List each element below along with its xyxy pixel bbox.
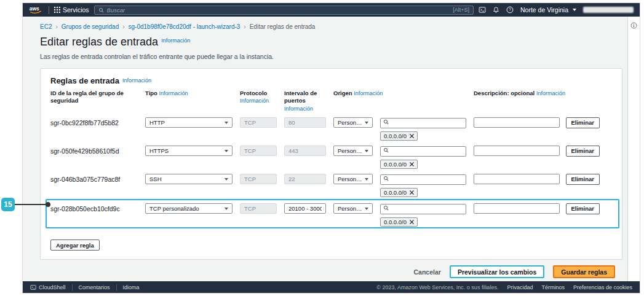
notifications-bell-icon[interactable] [493, 6, 499, 14]
cidr-tag: 0.0.0.0/0 [380, 160, 418, 169]
cidr-tag-value: 0.0.0.0/0 [384, 219, 407, 225]
top-navigation-bar: aws Servicios [Alt+S] ? Norte de Virgini… [23, 3, 640, 17]
footer-privacy[interactable]: Privacidad [507, 284, 533, 290]
info-link[interactable]: Información [536, 90, 565, 96]
col-header-protocol: ProtocoloInformación [240, 90, 277, 105]
help-icon[interactable]: ? [506, 6, 514, 14]
col-header-source-text: Origen [333, 90, 352, 96]
protocol-input [240, 117, 277, 128]
source-tag-line: 0.0.0.0/0 [50, 186, 612, 195]
info-link[interactable]: Información [284, 106, 313, 112]
source-search-input[interactable] [380, 204, 466, 214]
svg-text:?: ? [509, 7, 511, 12]
type-select[interactable]: TCP personalizado [145, 203, 233, 214]
breadcrumb-security-group-id[interactable]: sg-0d1b98f0e78cd20df - launch-wizard-3 [129, 23, 241, 30]
col-header-type: Tipo Información [145, 90, 233, 98]
source-type-value: Personaliz... [338, 205, 362, 212]
source-search [380, 145, 466, 157]
main-content: EC2 › Grupos de seguridad › sg-0d1b98f0e… [23, 17, 640, 281]
close-icon[interactable] [410, 220, 414, 224]
footer-language[interactable]: Idioma [123, 284, 140, 290]
breadcrumb-ec2[interactable]: EC2 [40, 23, 52, 30]
delete-rule-button[interactable]: Eliminar [566, 203, 600, 214]
add-rule-button[interactable]: Agregar regla [50, 240, 100, 251]
source-search [380, 203, 466, 214]
global-search-input[interactable] [107, 7, 450, 14]
delete-rule-button[interactable]: Eliminar [566, 117, 600, 128]
rule-id: sgr-0bc922f8fb77d5b82 [50, 119, 145, 127]
chevron-down-icon [365, 122, 368, 124]
panel-title-text: Reglas de entrada [50, 76, 119, 85]
chevron-down-icon [225, 150, 228, 152]
info-link[interactable]: Información [159, 90, 188, 96]
footer-cloudshell-label: CloudShell [39, 284, 66, 290]
port-range-input [284, 146, 326, 156]
source-search-input[interactable] [380, 118, 466, 128]
description-input[interactable] [474, 174, 560, 184]
form-actions: Cancelar Previsualizar los cambios Guard… [40, 265, 622, 278]
description-input[interactable] [474, 117, 560, 128]
page-subtitle: Las reglas de entrada controlan el tráfi… [40, 53, 622, 60]
search-icon [98, 7, 104, 13]
source-type-select[interactable]: Personaliz... [333, 117, 373, 128]
cloudshell-icon[interactable] [479, 6, 486, 14]
save-rules-button[interactable]: Guardar reglas [553, 265, 615, 278]
type-select-value: TCP personalizado [149, 205, 199, 212]
source-tag-line: 0.0.0.0/0 [50, 216, 612, 225]
description-input[interactable] [474, 203, 560, 214]
type-select[interactable]: SSH [145, 174, 233, 184]
chevron-down-icon [365, 208, 368, 210]
account-menu-redacted[interactable] [583, 7, 634, 13]
chevron-down-icon [573, 9, 576, 11]
page-title: Editar reglas de entradaInformación [40, 36, 622, 49]
info-link[interactable]: Información [354, 90, 383, 96]
global-search[interactable]: [Alt+S] [94, 6, 474, 15]
info-icon[interactable] [630, 22, 637, 29]
breadcrumb-separator: › [122, 23, 124, 30]
type-select[interactable]: HTTP [145, 117, 233, 128]
rule-row: sgr-046b3a075c779ac8f SSH Personaliz... … [50, 173, 612, 195]
close-icon[interactable] [410, 190, 414, 195]
cidr-tag-value: 0.0.0.0/0 [384, 189, 407, 196]
source-search-input[interactable] [380, 174, 466, 185]
col-header-source: Origen Información [333, 90, 466, 98]
source-type-select[interactable]: Personaliz... [333, 174, 373, 184]
region-selector[interactable]: Norte de Virginia [520, 6, 576, 14]
close-icon[interactable] [410, 162, 414, 166]
footer-feedback[interactable]: Comentarios [79, 284, 110, 290]
col-header-rule-id: ID de la regla del grupo de seguridad [50, 90, 145, 105]
footer-right-group: © 2023, Amazon Web Services, Inc. o sus … [376, 284, 632, 290]
source-type-select[interactable]: Personaliz... [333, 146, 373, 156]
protocol-input [240, 174, 277, 184]
chevron-down-icon [225, 122, 228, 124]
col-header-description-text: Descripción: opcional [474, 90, 535, 96]
source-search-input[interactable] [380, 146, 466, 157]
type-select-value: HTTP [149, 119, 165, 126]
type-select[interactable]: HTTPS [145, 146, 233, 156]
source-search [380, 173, 466, 185]
footer-divider [72, 284, 73, 290]
cloudshell-icon [30, 284, 36, 290]
close-icon[interactable] [410, 134, 414, 138]
services-menu[interactable]: Servicios [54, 6, 89, 14]
breadcrumb-security-groups[interactable]: Grupos de seguridad [62, 23, 119, 30]
delete-rule-button[interactable]: Eliminar [566, 146, 600, 157]
source-type-select[interactable]: Personaliz... [333, 203, 373, 214]
nav-right-group: ? Norte de Virginia [479, 6, 634, 14]
chevron-down-icon [225, 208, 228, 210]
footer-terms[interactable]: Términos [541, 284, 565, 290]
rule-id: sgr-050fe429b58610f5d [50, 147, 145, 155]
footer-cookies[interactable]: Preferencias de cookies [573, 284, 632, 290]
info-link[interactable]: Información [240, 98, 269, 104]
chevron-down-icon [365, 178, 368, 181]
aws-logo-icon: aws [29, 6, 44, 14]
delete-rule-button[interactable]: Eliminar [566, 174, 600, 185]
preview-changes-button[interactable]: Previsualizar los cambios [450, 265, 544, 278]
footer-cloudshell[interactable]: CloudShell [30, 284, 66, 290]
info-link[interactable]: Información [161, 37, 190, 44]
aws-logo[interactable]: aws [29, 6, 44, 14]
cancel-button[interactable]: Cancelar [414, 268, 441, 276]
description-input[interactable] [474, 146, 560, 156]
port-range-input[interactable] [284, 203, 326, 214]
info-link[interactable]: Información [122, 77, 151, 84]
